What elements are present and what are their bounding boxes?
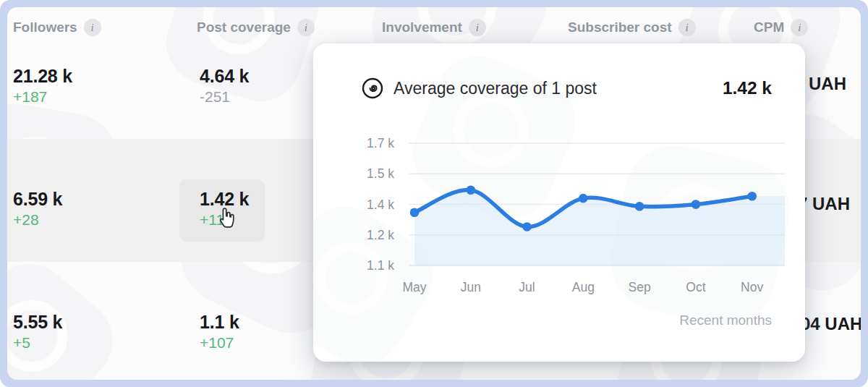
followers-delta: +187 [13,88,72,106]
column-label: Post coverage [197,20,291,35]
info-icon[interactable]: i [678,19,696,36]
average-coverage-line-chart[interactable]: 1.7 k1.5 k1.4 k1.2 k1.1 kMayJunJulAugSep… [313,130,805,318]
column-header-followers: Followers i [13,19,101,36]
mouse-cursor-pointer [216,207,237,233]
cpm-value-fragment: 7 UAH [798,194,850,214]
followers-delta: +5 [13,333,62,352]
info-icon[interactable]: i [791,19,808,36]
followers-value: 5.55 k [13,311,62,333]
screenshot-frame: Followers i Post coverage i Involvement … [0,0,868,387]
followers-cell[interactable]: 5.55 k +5 [13,311,62,352]
column-label: CPM [754,20,784,35]
column-header-subscriber-cost: Subscriber cost i [568,19,696,36]
followers-cell[interactable]: 21.28 k +187 [13,65,72,106]
post-coverage-cell[interactable]: 1.1 k +107 [200,311,239,352]
followers-cell[interactable]: 6.59 k +28 [13,188,62,229]
column-label: Followers [13,20,77,35]
svg-text:1.5 k: 1.5 k [367,166,394,181]
popup-header: Average coverage of 1 post 1.42 k [361,77,772,100]
svg-text:1.2 k: 1.2 k [367,228,394,242]
svg-text:1.1 k: 1.1 k [367,258,394,273]
column-header-cpm: CPM i [754,19,808,36]
followers-value: 21.28 k [13,65,72,88]
column-header-post-coverage: Post coverage i [197,19,315,36]
svg-text:Nov: Nov [741,280,763,294]
popup-current-value: 1.42 k [723,78,772,98]
coverage-delta: +107 [200,333,239,352]
svg-text:Sep: Sep [629,280,651,294]
analytics-table: Followers i Post coverage i Involvement … [7,7,861,380]
svg-text:Jun: Jun [461,280,481,294]
cpm-value-fragment: 04 UAH [801,314,861,334]
info-icon[interactable]: i [469,19,486,36]
column-label: Involvement [382,20,462,35]
cpm-value-fragment: UAH [809,74,846,94]
info-icon[interactable]: i [297,19,315,36]
coverage-chart-popup: Average coverage of 1 post 1.42 k 1.7 k1… [313,43,805,362]
svg-text:Oct: Oct [686,280,705,294]
coverage-delta: -251 [200,88,249,106]
svg-text:May: May [402,280,426,294]
svg-text:Jul: Jul [519,280,535,294]
followers-value: 6.59 k [13,188,62,210]
svg-text:1.7 k: 1.7 k [367,136,394,150]
followers-delta: +28 [13,210,62,229]
column-header-involvement: Involvement i [382,19,486,36]
popup-footer-note: Recent months [679,312,772,328]
info-icon[interactable]: i [84,19,101,36]
spiral-logo-icon [361,77,384,100]
svg-text:1.4 k: 1.4 k [367,197,394,212]
svg-text:Aug: Aug [572,280,595,294]
popup-title: Average coverage of 1 post [393,79,713,98]
coverage-value: 4.64 k [200,65,249,88]
coverage-value: 1.1 k [200,311,239,333]
post-coverage-cell[interactable]: 4.64 k -251 [200,65,249,106]
column-label: Subscriber cost [568,20,672,35]
